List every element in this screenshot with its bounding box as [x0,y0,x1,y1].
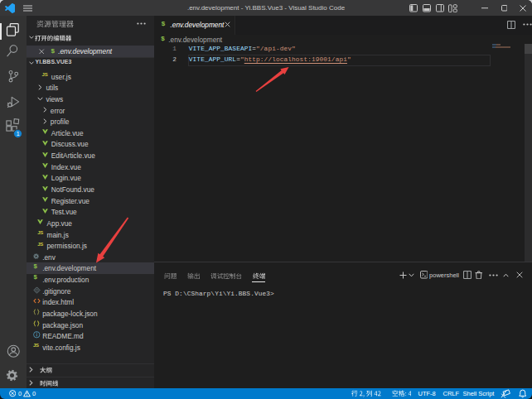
tab-env-development[interactable]: $ .env.development [154,16,235,35]
warning-count: 0 [32,388,36,399]
error-count: 0 [18,388,22,399]
shellscript-icon: $ [162,20,165,27]
tree-item-vite.config.js[interactable]: JSvite.config.js [27,341,154,353]
tree-item-label: package.json [42,321,83,329]
tree-item-.env.development[interactable]: $.env.development [27,262,154,274]
language-mode[interactable]: Shell Script [463,388,495,399]
panel-tab-terminal[interactable] [253,272,266,281]
maximize-panel-icon[interactable] [503,273,509,277]
errors-icon [9,390,16,397]
settings-gear-icon[interactable] [0,369,27,383]
account-icon[interactable] [0,344,27,358]
panel-more-actions-icon[interactable] [489,274,498,276]
maximize-icon[interactable] [501,5,508,12]
line-number: 2 [154,55,177,65]
panel-tab-output[interactable] [187,272,201,281]
tree-item-App.vue[interactable]: App.vue [27,217,154,228]
tree-item-label: permission.js [47,242,87,250]
indentation[interactable] [392,390,412,399]
explorer-sidebar: $ .env.development YI.BBS.VUE3 JSuser.js… [27,16,154,388]
vue-file-icon [42,127,50,137]
tree-item-label: Index.vue [51,163,81,171]
kill-terminal-icon[interactable] [475,271,483,280]
tree-item-label: views [46,95,64,103]
tab-label: .env.development [171,21,225,29]
tree-item-profile[interactable]: profile [27,116,154,127]
close-panel-icon[interactable] [516,272,523,278]
sidebar-item-extensions[interactable]: 1 [0,118,27,140]
minimap-slider[interactable] [525,44,532,54]
tree-item-main.js[interactable]: JSmain.js [27,228,154,240]
file-tree: JSuser.jsutilsviewserrorprofileArticle.v… [27,16,154,388]
terminal-dropdown-icon[interactable] [409,273,414,277]
panel-tab-problems[interactable] [164,272,177,281]
sidebar-item-run-debug[interactable] [0,94,27,111]
section-outline[interactable] [27,363,154,377]
notifications-bell-icon[interactable] [519,389,527,398]
feedback-icon[interactable] [501,389,511,398]
js-file-icon: JS [42,70,50,81]
cursor-position[interactable] [351,390,381,399]
problems-status[interactable]: 0 0 [9,388,42,399]
vue-file-icon [42,172,50,183]
vue-file-icon [42,195,50,205]
tree-item-Article.vue[interactable]: Article.vue [27,127,154,138]
tree-item-package.json[interactable]: package.json [27,319,154,330]
tree-item-index.html[interactable]: index.html [27,296,154,308]
token-str: " [347,56,351,63]
info-file-icon [33,330,41,341]
customize-layout-icon[interactable] [448,4,457,13]
code-editor[interactable]: 1VITE_APP_BASEAPI="/api-dev"2VITE_APP_UR… [154,44,532,262]
tree-item-README.md[interactable]: README.md [27,330,154,342]
tree-item-Register.vue[interactable]: Register.vue [27,195,154,206]
shell-name[interactable]: powershell [429,272,459,279]
code-line-2: 2VITE_APP_URL="http://localhost:19001/ap… [154,55,532,65]
tree-item-user.js[interactable]: JSuser.js [27,70,154,82]
breadcrumb[interactable]: $ .env.development [154,35,532,44]
close-window-icon[interactable] [520,5,526,12]
toggle-panel-icon[interactable] [423,4,431,12]
shell-file-icon: $ [33,262,41,273]
js-file-icon: JS [33,341,41,352]
tree-item-views[interactable]: views [27,93,154,104]
extensions-badge: 1 [13,129,23,139]
terminal-prompt[interactable]: PS D:\CSharp\Yi\Yi.BBS.Vue3> [163,289,274,300]
tree-item-package-lock.json[interactable]: package-lock.json [27,307,154,319]
new-terminal-icon[interactable] [399,272,407,279]
vue-file-icon [42,161,50,171]
close-tab-icon[interactable] [225,22,230,27]
minimize-icon[interactable] [481,7,488,9]
scrollbar[interactable] [525,44,532,262]
panel-tab-debug_console[interactable] [210,272,242,281]
tree-item-utils[interactable]: utils [27,82,154,94]
section-timeline-label [40,380,59,387]
tree-item-EditArticle.vue[interactable]: EditArticle.vue [27,150,154,161]
code-line-1: 1VITE_APP_BASEAPI="/api-dev" [154,44,532,55]
encoding[interactable]: UTF-8 [418,388,436,399]
minimap-line2 [492,46,510,48]
sidebar-item-search[interactable] [0,45,27,61]
split-editor-icon[interactable] [507,21,515,29]
section-timeline[interactable] [27,377,154,388]
editor-more-actions-icon[interactable] [523,23,532,26]
sidebar-item-explorer[interactable] [0,23,27,37]
tree-item-label: .gitignore [42,287,70,296]
tree-item-.gitignore[interactable]: .gitignore [27,285,154,296]
tree-item-Login.vue[interactable]: Login.vue [27,172,154,184]
tree-item-label: README.md [42,332,83,340]
status-bar: 0 0 UTF-8 CRLF Shell Script [0,388,532,399]
tree-item-error[interactable]: error [27,104,154,116]
toggle-sidebar-right-icon[interactable] [436,4,444,12]
shell-file-icon: $ [33,274,41,285]
tree-item-NotFound.vue[interactable]: NotFound.vue [27,184,154,195]
toggle-sidebar-left-icon[interactable] [409,4,418,12]
tree-item-Discuss.vue[interactable]: Discuss.vue [27,138,154,150]
eol-sequence[interactable]: CRLF [443,388,460,399]
tree-item-.env.production[interactable]: $.env.production [27,274,154,286]
split-terminal-icon[interactable] [463,271,472,279]
sidebar-item-source-control[interactable] [0,70,27,86]
tree-item-Index.vue[interactable]: Index.vue [27,161,154,172]
tree-item-Test.vue[interactable]: Test.vue [27,206,154,218]
tree-item-permission.js[interactable]: JSpermission.js [27,240,154,252]
tree-item-.env[interactable]: .env [27,251,154,262]
